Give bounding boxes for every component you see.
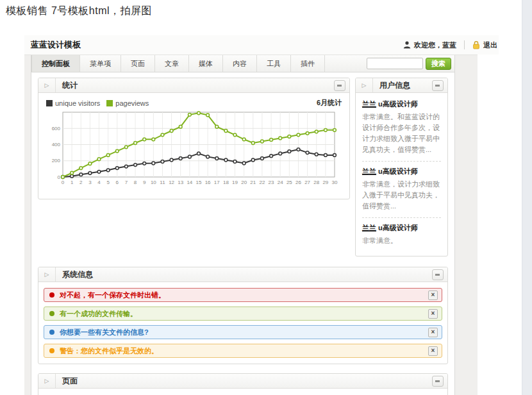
pages-panel-title: 页面 xyxy=(56,376,78,387)
search-box: 搜索 xyxy=(367,55,454,72)
user-role: u高级设计师 xyxy=(376,100,418,108)
top-row: ▷ 统计 unique visitorspageviews 6月统计 02004… xyxy=(38,78,448,256)
alert-text: 你想要一些有关文件的信息? xyxy=(60,328,149,337)
close-icon[interactable]: × xyxy=(428,290,438,300)
svg-text:13: 13 xyxy=(178,180,183,185)
alert-warning-icon xyxy=(49,348,54,353)
alert-info-icon xyxy=(49,330,54,335)
svg-text:15: 15 xyxy=(196,180,202,185)
svg-text:23: 23 xyxy=(269,180,274,185)
svg-text:0: 0 xyxy=(58,174,61,180)
user-area: 欢迎您，蓝蓝 退出 xyxy=(403,40,497,50)
svg-text:11: 11 xyxy=(160,180,165,185)
system-info-panel: ▷ 系统信息 对不起，有一个保存文件时出错。×有一个成功的文件传输。×你想要一些… xyxy=(38,267,448,364)
welcome-link[interactable]: 欢迎您，蓝蓝 xyxy=(414,40,456,50)
tab-4[interactable]: 媒体 xyxy=(189,55,223,72)
pages-body: 标题状态创建日期作者 最新iphone APP界面设计欣赏在线2013/03/2… xyxy=(38,389,447,395)
svg-text:600: 600 xyxy=(52,126,61,131)
system-panel-header: ▷ 系统信息 xyxy=(38,267,447,282)
user-name-link[interactable]: 兰兰 xyxy=(362,167,376,175)
stats-panel-header: ▷ 统计 xyxy=(38,78,349,93)
svg-text:14: 14 xyxy=(187,180,192,185)
alert-text: 有一个成功的文件传输。 xyxy=(60,309,137,319)
svg-text:22: 22 xyxy=(259,180,265,185)
dashboard-content: ▷ 统计 unique visitorspageviews 6月统计 02004… xyxy=(31,72,454,395)
stats-panel: ▷ 统计 unique visitorspageviews 6月统计 02004… xyxy=(38,78,350,199)
page-title: 模板销售 7号模板html，拍屏图 xyxy=(6,4,152,18)
user-review-item: 兰兰 u高级设计师非常满意。和蓝蓝设计的设计师合作多年多次，设计力求细致入微于平… xyxy=(362,94,441,162)
alert-text: 对不起，有一个保存文件时出错。 xyxy=(60,290,165,300)
alert-success: 有一个成功的文件传输。× xyxy=(44,307,442,321)
svg-text:30: 30 xyxy=(332,180,338,185)
close-icon[interactable]: × xyxy=(428,309,438,319)
alert-list: 对不起，有一个保存文件时出错。×有一个成功的文件传输。×你想要一些有关文件的信息… xyxy=(38,282,447,364)
svg-text:18: 18 xyxy=(223,180,229,185)
user-icon xyxy=(403,41,411,49)
close-icon[interactable]: × xyxy=(428,328,438,337)
minimize-icon[interactable] xyxy=(334,80,345,91)
tab-7[interactable]: 插件 xyxy=(291,55,325,72)
svg-text:10: 10 xyxy=(151,180,156,185)
svg-text:5: 5 xyxy=(106,180,110,185)
svg-text:24: 24 xyxy=(278,180,283,185)
line-chart: 0200400600012345678910111213141516171819… xyxy=(46,110,340,192)
svg-text:200: 200 xyxy=(52,158,61,164)
user-review-text: 非常满意，设计力求细致入微于平易中见真功夫，值得赞赏... xyxy=(362,179,441,212)
svg-text:27: 27 xyxy=(304,180,310,185)
legend-label: pageviews xyxy=(115,99,149,107)
chart-top: unique visitorspageviews 6月统计 xyxy=(46,98,342,108)
chevron-right-icon[interactable]: ▷ xyxy=(38,78,56,92)
alert-text: 警告：您的文件似乎是无效的。 xyxy=(60,346,158,356)
user-role: u高级设计师 xyxy=(376,167,418,175)
tab-3[interactable]: 文章 xyxy=(155,55,189,72)
svg-text:3: 3 xyxy=(88,180,92,185)
svg-text:21: 21 xyxy=(250,180,256,185)
legend-swatch xyxy=(106,100,113,106)
alert-warning: 警告：您的文件似乎是无效的。× xyxy=(44,344,442,358)
tab-0[interactable]: 控制面板 xyxy=(31,55,80,72)
svg-text:0: 0 xyxy=(62,180,65,185)
user-info-panel: ▷ 用户信息 兰兰 u高级设计师非常满意。和蓝蓝设计的设计师合作多年多次，设计力… xyxy=(355,78,448,256)
search-button[interactable]: 搜索 xyxy=(426,58,451,70)
user-review-text: 非常满意。和蓝蓝设计的设计师合作多年多次，设计力求细致入微于平易中见真功夫，值得… xyxy=(362,112,441,155)
svg-text:400: 400 xyxy=(52,142,61,147)
svg-text:29: 29 xyxy=(322,180,328,185)
minimize-icon[interactable] xyxy=(432,376,444,387)
tab-6[interactable]: 工具 xyxy=(257,55,291,72)
search-input[interactable] xyxy=(367,58,423,69)
brand-title: 蓝蓝设计模板 xyxy=(31,39,81,51)
close-icon[interactable]: × xyxy=(428,346,438,356)
header-divider xyxy=(464,40,465,49)
system-panel-title: 系统信息 xyxy=(56,269,93,280)
user-review-title: 兰兰 u高级设计师 xyxy=(362,223,441,233)
pages-panel-header: ▷ 页面 xyxy=(38,374,447,389)
user-review-item: 兰兰 u高级设计师非常满意。 xyxy=(362,218,441,252)
user-panel-title: 用户信息 xyxy=(373,80,410,91)
svg-text:1: 1 xyxy=(71,180,74,185)
stats-panel-title: 统计 xyxy=(56,80,78,91)
minimize-icon[interactable] xyxy=(432,80,444,91)
stats-body: unique visitorspageviews 6月统计 0200400600… xyxy=(38,93,349,199)
minimize-icon[interactable] xyxy=(432,269,444,280)
svg-text:8: 8 xyxy=(134,180,137,185)
tabs: 控制面板菜单项页面文章媒体内容工具插件 xyxy=(31,55,325,72)
user-name-link[interactable]: 兰兰 xyxy=(362,100,376,108)
tab-2[interactable]: 页面 xyxy=(121,55,155,72)
svg-text:26: 26 xyxy=(295,180,301,185)
svg-text:19: 19 xyxy=(232,180,238,185)
admin-header: 蓝蓝设计模板 欢迎您，蓝蓝 退出 xyxy=(24,35,499,55)
user-review-item: 兰兰 u高级设计师非常满意，设计力求细致入微于平易中见真功夫，值得赞赏... xyxy=(362,162,441,218)
tab-1[interactable]: 菜单项 xyxy=(80,55,121,72)
chevron-right-icon[interactable]: ▷ xyxy=(356,78,373,92)
svg-text:28: 28 xyxy=(313,180,319,185)
admin-body: 控制面板菜单项页面文章媒体内容工具插件 搜索 ▷ 统计 xyxy=(24,55,478,395)
user-role: u高级设计师 xyxy=(376,224,418,231)
tab-bar: 控制面板菜单项页面文章媒体内容工具插件 搜索 xyxy=(31,55,454,72)
logout-link[interactable]: 退出 xyxy=(483,40,497,50)
chevron-right-icon[interactable]: ▷ xyxy=(38,374,56,388)
legend-label: unique visitors xyxy=(55,99,100,107)
tab-5[interactable]: 内容 xyxy=(223,55,257,72)
chevron-right-icon[interactable]: ▷ xyxy=(38,267,56,282)
user-name-link[interactable]: 兰兰 xyxy=(362,224,376,231)
legend-swatch xyxy=(46,100,53,106)
